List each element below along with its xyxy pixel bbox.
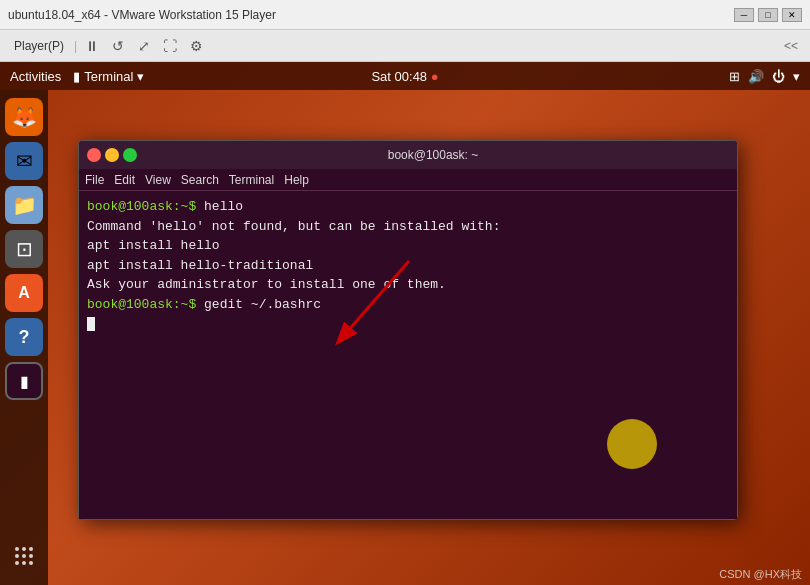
fit-window-icon[interactable]: ⤢ xyxy=(133,35,155,57)
player-menu[interactable]: Player(P) xyxy=(8,37,70,55)
desktop-bottom: CSDN @HX科技 xyxy=(48,563,810,585)
svg-point-5 xyxy=(29,554,33,558)
terminal-titlebar: book@100ask: ~ xyxy=(79,141,737,169)
svg-point-4 xyxy=(22,554,26,558)
svg-point-2 xyxy=(29,547,33,551)
show-apps-button[interactable] xyxy=(5,537,43,575)
sidebar-item-firefox[interactable]: 🦊 xyxy=(5,98,43,136)
terminal-line-7: Ask your administrator to install one of… xyxy=(87,275,729,295)
terminal-line-1: book@100ask:~$ hello xyxy=(87,197,729,217)
terminal-maximize-button[interactable] xyxy=(123,148,137,162)
vmware-window: ubuntu18.04_x64 - VMware Workstation 15 … xyxy=(0,0,810,585)
terminal-icon-small: ▮ xyxy=(73,69,80,84)
vmware-window-buttons: ─ □ ✕ xyxy=(734,8,802,22)
annotation-circle xyxy=(607,419,657,469)
dropdown-arrow-icon: ▾ xyxy=(137,69,144,84)
terminal-line-9: book@100ask:~$ gedit ~/.bashrc xyxy=(87,295,729,315)
watermark-text: CSDN @HX科技 xyxy=(719,567,802,582)
email-icon: ✉ xyxy=(16,149,33,173)
reboot-icon[interactable]: ↺ xyxy=(107,35,129,57)
terminal-menu-view[interactable]: View xyxy=(145,173,171,187)
sidebar-item-software[interactable]: A xyxy=(5,274,43,312)
sidebar-item-terminal[interactable]: ▮ xyxy=(5,362,43,400)
terminal-minimize-button[interactable] xyxy=(105,148,119,162)
network-icon[interactable]: ⊞ xyxy=(729,69,740,84)
svg-point-6 xyxy=(15,561,19,565)
svg-point-0 xyxy=(15,547,19,551)
maximize-button[interactable]: □ xyxy=(758,8,778,22)
sidebar-item-help[interactable]: ? xyxy=(5,318,43,356)
help-icon: ? xyxy=(19,327,30,348)
app-title-terminal[interactable]: ▮ Terminal ▾ xyxy=(73,69,144,84)
software-center-icon: A xyxy=(18,284,30,302)
volume-icon[interactable]: 🔊 xyxy=(748,69,764,84)
pause-icon[interactable]: ⏸ xyxy=(81,35,103,57)
terminal-close-button[interactable] xyxy=(87,148,101,162)
terminal-menu-terminal[interactable]: Terminal xyxy=(229,173,274,187)
settings-icon[interactable]: ⚙ xyxy=(185,35,207,57)
system-icon: ⊡ xyxy=(16,237,33,261)
terminal-menu-edit[interactable]: Edit xyxy=(114,173,135,187)
terminal-line-4: apt install hello xyxy=(87,236,729,256)
terminal-menu-help[interactable]: Help xyxy=(284,173,309,187)
terminal-app-icon: ▮ xyxy=(20,372,29,391)
terminal-menu-file[interactable]: File xyxy=(85,173,104,187)
sidebar-item-email[interactable]: ✉ xyxy=(5,142,43,180)
firefox-icon: 🦊 xyxy=(12,105,37,129)
activities-button[interactable]: Activities xyxy=(10,69,61,84)
sidebar-item-system[interactable]: ⊡ xyxy=(5,230,43,268)
sidebar-item-files[interactable]: 📁 xyxy=(5,186,43,224)
svg-point-8 xyxy=(29,561,33,565)
files-icon: 📁 xyxy=(12,193,37,217)
svg-point-7 xyxy=(22,561,26,565)
ubuntu-desktop: Activities ▮ Terminal ▾ Sat 00:48 ● ⊞ 🔊 … xyxy=(0,62,810,585)
ubuntu-topbar: Activities ▮ Terminal ▾ Sat 00:48 ● ⊞ 🔊 … xyxy=(0,62,810,90)
topbar-clock: Sat 00:48 ● xyxy=(371,69,438,84)
svg-point-3 xyxy=(15,554,19,558)
vmware-titlebar: ubuntu18.04_x64 - VMware Workstation 15 … xyxy=(0,0,810,30)
ubuntu-sidebar: 🦊 ✉ 📁 ⊡ A ? ▮ xyxy=(0,90,48,585)
terminal-window[interactable]: book@100ask: ~ File Edit View Search Ter… xyxy=(78,140,738,520)
vmware-title-text: ubuntu18.04_x64 - VMware Workstation 15 … xyxy=(8,8,276,22)
vmware-title-left: ubuntu18.04_x64 - VMware Workstation 15 … xyxy=(8,8,276,22)
power-icon[interactable]: ⏻ xyxy=(772,69,785,84)
terminal-line-5: apt install hello-traditional xyxy=(87,256,729,276)
terminal-menu-search[interactable]: Search xyxy=(181,173,219,187)
svg-point-1 xyxy=(22,547,26,551)
terminal-menubar: File Edit View Search Terminal Help xyxy=(79,169,737,191)
vmware-toolbar: Player(P) | ⏸ ↺ ⤢ ⛶ ⚙ << xyxy=(0,30,810,62)
settings-menu-icon[interactable]: ▾ xyxy=(793,69,800,84)
terminal-body[interactable]: book@100ask:~$ hello Command 'hello' not… xyxy=(79,191,737,519)
topbar-right: ⊞ 🔊 ⏻ ▾ xyxy=(729,69,800,84)
terminal-line-2: Command 'hello' not found, but can be in… xyxy=(87,217,729,237)
terminal-window-buttons xyxy=(87,148,137,162)
desktop-content: book@100ask: ~ File Edit View Search Ter… xyxy=(48,90,810,585)
terminal-line-10 xyxy=(87,314,729,334)
topbar-left: Activities ▮ Terminal ▾ xyxy=(10,69,144,84)
vmware-menu-icon[interactable]: << xyxy=(780,35,802,57)
fullscreen-icon[interactable]: ⛶ xyxy=(159,35,181,57)
terminal-cursor xyxy=(87,317,95,331)
minimize-button[interactable]: ─ xyxy=(734,8,754,22)
terminal-title: book@100ask: ~ xyxy=(137,148,729,162)
close-button[interactable]: ✕ xyxy=(782,8,802,22)
